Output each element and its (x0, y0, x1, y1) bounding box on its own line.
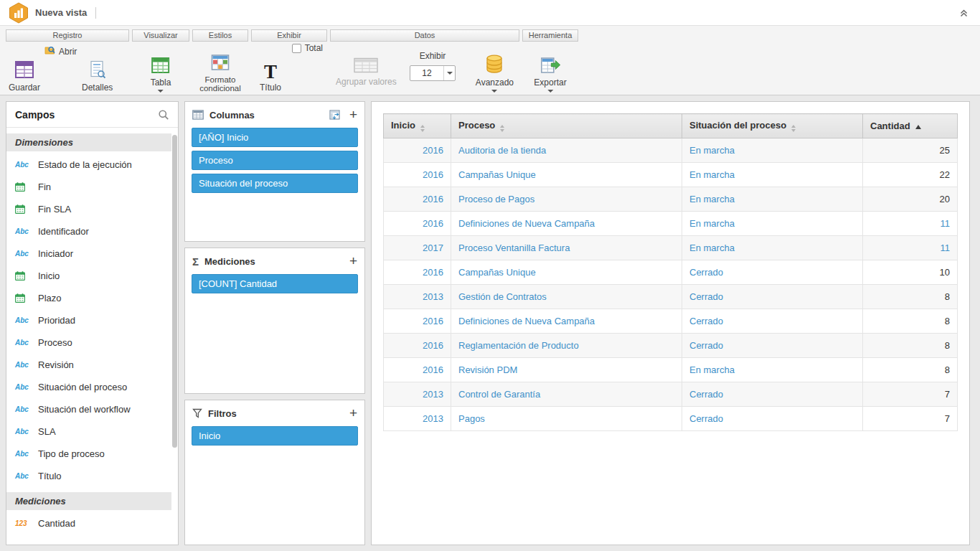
cell-link[interactable]: En marcha (689, 169, 735, 180)
chip-count-cantidad[interactable]: [COUNT] Cantidad (192, 274, 358, 293)
cell-link[interactable]: En marcha (689, 242, 735, 253)
formato-condicional-button[interactable]: Formato condicional (196, 54, 245, 93)
add-measure-button[interactable]: + (349, 255, 357, 267)
abrir-button[interactable]: Abrir (44, 45, 77, 57)
text-abc-icon: Abc (15, 428, 34, 435)
cell-link[interactable]: Control de Garantía (458, 389, 540, 400)
scrollbar-thumb[interactable] (172, 135, 177, 448)
cell-link[interactable]: Campañas Unique (458, 169, 536, 180)
cell-link[interactable]: Auditoria de la tienda (458, 145, 546, 156)
guardar-label: Guardar (9, 83, 40, 93)
cell-link[interactable]: Reglamentación de Producto (458, 340, 579, 351)
guardar-button[interactable]: Guardar (9, 60, 40, 93)
cell-link[interactable]: 2016 (423, 145, 443, 156)
field-item-fin[interactable]: Fin (6, 176, 171, 198)
cell-link[interactable]: Cerrado (689, 389, 723, 400)
titulo-button[interactable]: T Título (260, 62, 281, 93)
search-icon[interactable] (158, 109, 169, 121)
cell-link[interactable]: En marcha (689, 145, 735, 156)
detalles-label: Detalles (82, 83, 113, 93)
ribbon-group-herramienta-header: Herramienta (522, 29, 578, 42)
pivot-layout-icon[interactable] (329, 110, 342, 121)
calendar-icon (15, 271, 34, 281)
cell-link[interactable]: En marcha (689, 218, 735, 229)
add-column-button[interactable]: + (349, 109, 357, 121)
cell-link[interactable]: En marcha (689, 364, 735, 375)
table-row: 2016Definiciones de Nueva CampañaEn marc… (384, 212, 958, 236)
field-item-cantidad[interactable]: 123Cantidad (6, 512, 171, 534)
field-item-prioridad[interactable]: AbcPrioridad (6, 309, 171, 331)
cell-link[interactable]: Cerrado (689, 413, 723, 424)
cell-link[interactable]: Definiciones de Nueva Campaña (458, 316, 595, 326)
cell-link[interactable]: 2016 (423, 316, 443, 326)
field-item-identificador[interactable]: AbcIdentificador (6, 220, 171, 242)
field-item-titulo[interactable]: AbcTítulo (6, 465, 171, 487)
field-item-revision[interactable]: AbcRevisión (6, 354, 171, 376)
field-item-fin-sla[interactable]: Fin SLA (6, 198, 171, 220)
cell-link[interactable]: Definiciones de Nueva Campaña (458, 218, 595, 229)
cell-link[interactable]: Cerrado (689, 291, 723, 302)
exhibir-select[interactable]: 12 (410, 65, 456, 81)
collapse-toolbar-button[interactable] (956, 5, 971, 20)
calendar-icon (15, 204, 34, 214)
cell-link[interactable]: Cerrado (689, 316, 723, 326)
cell-link[interactable]: En marcha (689, 194, 735, 204)
column-header-proceso[interactable]: Proceso (451, 114, 682, 138)
table-row: 2016Proceso de PagosEn marcha20 (384, 187, 958, 212)
cell-link[interactable]: Pagos (458, 413, 485, 424)
field-item-situacion-del-proceso[interactable]: AbcSituación del proceso (6, 376, 171, 398)
details-document-icon (90, 60, 105, 81)
cell-link[interactable]: 2016 (423, 364, 443, 375)
field-item-sla[interactable]: AbcSLA (6, 420, 171, 443)
chip-ano-inicio[interactable]: [AÑO] Inicio (192, 128, 358, 147)
add-filter-button[interactable]: + (349, 408, 357, 419)
field-item-plazo[interactable]: Plazo (6, 287, 171, 309)
column-header-cantidad[interactable]: Cantidad (863, 114, 958, 138)
cell-link[interactable]: 2013 (423, 291, 443, 302)
text-abc-icon: Abc (15, 450, 34, 458)
cell-link[interactable]: 2016 (423, 267, 443, 278)
detalles-button[interactable]: Detalles (82, 60, 113, 93)
total-checkbox[interactable]: Total (292, 43, 323, 53)
chip-inicio[interactable]: Inicio (192, 426, 358, 446)
cell-link[interactable]: Campañas Unique (458, 267, 536, 278)
field-label: Iniciador (38, 248, 73, 259)
cell-link[interactable]: Cerrado (689, 267, 723, 278)
exportar-button[interactable]: Exportar (534, 57, 566, 93)
table-row: 2013Control de GarantíaCerrado7 (384, 382, 958, 407)
agrupar-label: Agrupar valores (336, 77, 397, 87)
cell-link[interactable]: Revisión PDM (458, 364, 517, 375)
double-chevron-up-icon (959, 8, 969, 17)
cell-link[interactable]: Proceso de Pagos (458, 194, 534, 204)
cell-link[interactable]: 2016 (423, 218, 443, 229)
chip-proceso[interactable]: Proceso (192, 151, 358, 170)
avanzado-button[interactable]: Avanzado (476, 55, 514, 93)
cell-link[interactable]: 11 (941, 242, 951, 253)
cell-link[interactable]: 2013 (423, 389, 443, 400)
cell-link[interactable]: 2013 (423, 413, 443, 424)
avanzado-label: Avanzado (476, 78, 514, 88)
chip-situacion-del-proceso[interactable]: Situación del proceso (192, 174, 358, 193)
tabla-button[interactable]: Tabla (151, 57, 171, 93)
field-item-estado-de-la-ejecucion[interactable]: AbcEstado de la ejecución (6, 154, 171, 176)
column-header-situacion-del-proceso[interactable]: Situación del proceso (682, 114, 863, 138)
field-item-tipo-de-proceso[interactable]: AbcTipo de proceso (6, 443, 171, 465)
cell-link[interactable]: 2016 (423, 340, 443, 351)
chevron-down-icon (547, 90, 553, 93)
cell-link[interactable]: 2016 (423, 194, 443, 204)
field-item-inicio[interactable]: Inicio (6, 265, 171, 287)
cell-link[interactable]: Cerrado (689, 340, 723, 351)
field-item-proceso[interactable]: AbcProceso (6, 331, 171, 354)
field-item-situacion-del-workflow[interactable]: AbcSituación del workflow (6, 398, 171, 420)
column-header-inicio[interactable]: Inicio (384, 114, 451, 138)
sigma-icon: Σ (192, 255, 199, 268)
cell-link[interactable]: 2017 (423, 242, 443, 253)
field-label: Proceso (38, 337, 72, 348)
tabla-label: Tabla (151, 78, 171, 88)
cell-link[interactable]: Proceso Ventanilla Factura (458, 242, 570, 253)
cell-link[interactable]: Gestión de Contratos (458, 291, 547, 302)
cell-link[interactable]: 11 (941, 218, 951, 229)
table-row: 2016Definiciones de Nueva CampañaCerrado… (384, 309, 958, 334)
field-item-iniciador[interactable]: AbcIniciador (6, 242, 171, 265)
cell-link[interactable]: 2016 (423, 169, 443, 180)
